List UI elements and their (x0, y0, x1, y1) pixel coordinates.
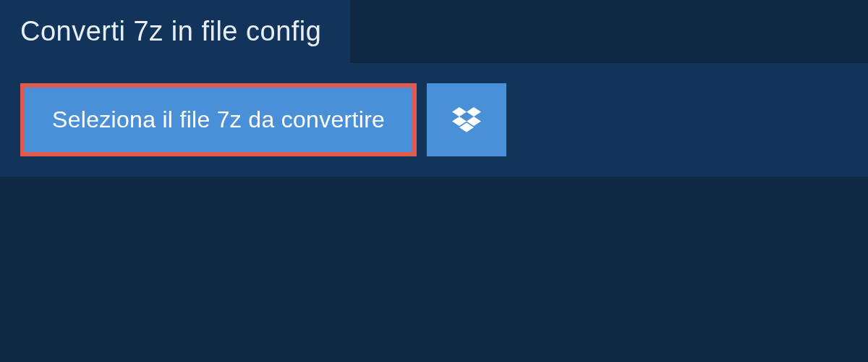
tab-title: Converti 7z in file config (20, 16, 321, 46)
dropbox-button[interactable] (427, 83, 506, 156)
select-file-label: Seleziona il file 7z da convertire (52, 106, 385, 133)
button-row: Seleziona il file 7z da convertire (20, 83, 848, 156)
dropbox-icon (452, 107, 481, 133)
select-file-button[interactable]: Seleziona il file 7z da convertire (20, 83, 417, 156)
content-panel: Seleziona il file 7z da convertire (0, 63, 868, 177)
spacer (0, 177, 868, 321)
tab-header: Converti 7z in file config (0, 0, 350, 63)
